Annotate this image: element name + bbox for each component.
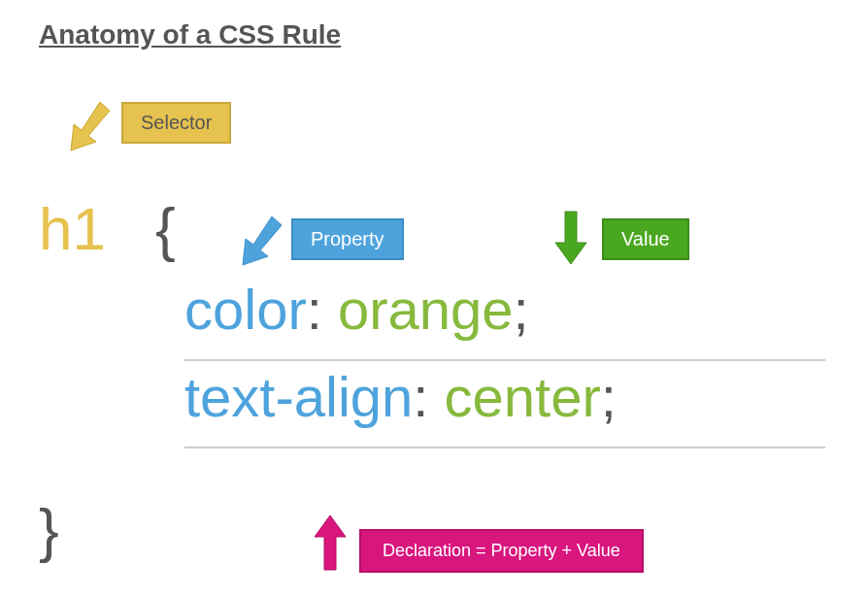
declaration-underline <box>184 447 825 448</box>
declaration-row-2: text-align: center; <box>184 364 617 429</box>
svg-marker-0 <box>71 102 110 150</box>
value-label-box: Value <box>602 218 689 260</box>
svg-marker-3 <box>315 515 346 570</box>
selector-text: h1 <box>39 194 106 263</box>
selector-arrow-icon <box>63 97 117 155</box>
property-arrow-icon <box>235 212 288 270</box>
selector-label-box: Selector <box>121 102 231 144</box>
property-text: text-align <box>184 365 413 428</box>
value-text: orange <box>338 278 514 341</box>
declaration-underline <box>184 359 825 361</box>
declaration-row-1: color: orange; <box>184 277 529 342</box>
svg-marker-1 <box>243 216 282 265</box>
value-text: center <box>445 365 601 428</box>
value-arrow-icon <box>551 209 590 267</box>
colon: : <box>413 365 428 428</box>
colon: : <box>307 278 322 341</box>
brace-close: } <box>39 495 59 564</box>
property-text: color <box>184 278 307 341</box>
svg-marker-2 <box>555 212 586 264</box>
property-label-box: Property <box>291 218 404 260</box>
declaration-label-box: Declaration = Property + Value <box>359 529 644 573</box>
declaration-arrow-icon <box>311 513 350 573</box>
title: Anatomy of a CSS Rule <box>39 19 341 50</box>
semicolon: ; <box>601 365 617 428</box>
semicolon: ; <box>514 278 529 341</box>
brace-open: { <box>155 194 176 263</box>
